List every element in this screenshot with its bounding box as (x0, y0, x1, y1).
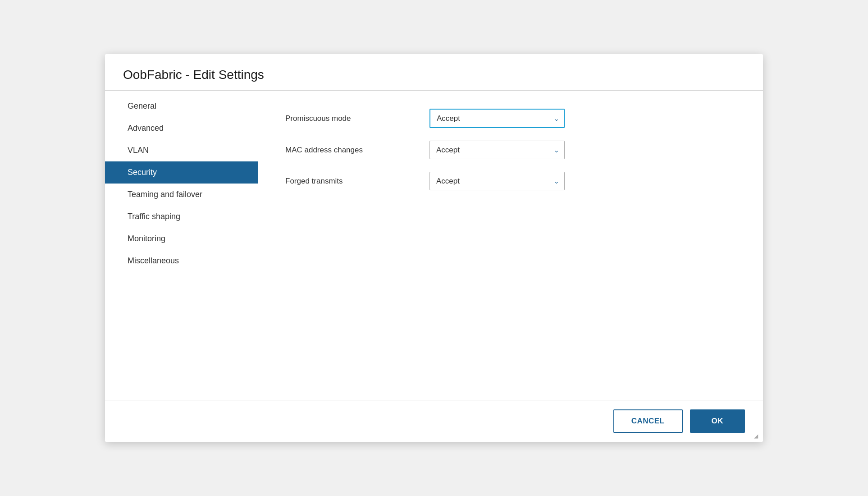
form-row-mac-address-changes: MAC address changesAcceptReject⌄ (285, 141, 736, 159)
select-forged-transmits[interactable]: AcceptReject (429, 172, 565, 190)
resize-handle[interactable]: ◢ (754, 433, 760, 439)
sidebar-item-vlan[interactable]: VLAN (105, 139, 258, 161)
label-mac-address-changes: MAC address changes (285, 146, 429, 155)
dialog-footer: CANCEL OK (105, 400, 763, 442)
select-wrapper-mac-address-changes: AcceptReject⌄ (429, 141, 565, 159)
dialog-body: GeneralAdvancedVLANSecurityTeaming and f… (105, 91, 763, 400)
select-promiscuous-mode[interactable]: AcceptReject (429, 109, 565, 128)
select-wrapper-forged-transmits: AcceptReject⌄ (429, 172, 565, 190)
cancel-button[interactable]: CANCEL (613, 409, 683, 433)
dialog-title: OobFabric - Edit Settings (123, 68, 745, 82)
sidebar-item-teaming-failover[interactable]: Teaming and failover (105, 184, 258, 206)
sidebar-item-advanced[interactable]: Advanced (105, 117, 258, 139)
select-wrapper-promiscuous-mode: AcceptReject⌄ (429, 109, 565, 128)
sidebar-item-general[interactable]: General (105, 95, 258, 117)
form-row-forged-transmits: Forged transmitsAcceptReject⌄ (285, 172, 736, 190)
edit-settings-dialog: OobFabric - Edit Settings GeneralAdvance… (105, 54, 763, 442)
sidebar-item-monitoring[interactable]: Monitoring (105, 228, 258, 250)
ok-button[interactable]: OK (690, 409, 745, 433)
label-forged-transmits: Forged transmits (285, 177, 429, 186)
select-mac-address-changes[interactable]: AcceptReject (429, 141, 565, 159)
form-row-promiscuous-mode: Promiscuous modeAcceptReject⌄ (285, 109, 736, 128)
dialog-header: OobFabric - Edit Settings (105, 54, 763, 91)
main-content: Promiscuous modeAcceptReject⌄MAC address… (258, 91, 763, 400)
sidebar-item-traffic-shaping[interactable]: Traffic shaping (105, 206, 258, 228)
sidebar: GeneralAdvancedVLANSecurityTeaming and f… (105, 91, 258, 400)
label-promiscuous-mode: Promiscuous mode (285, 114, 429, 123)
sidebar-item-miscellaneous[interactable]: Miscellaneous (105, 250, 258, 272)
sidebar-item-security[interactable]: Security (105, 161, 258, 184)
